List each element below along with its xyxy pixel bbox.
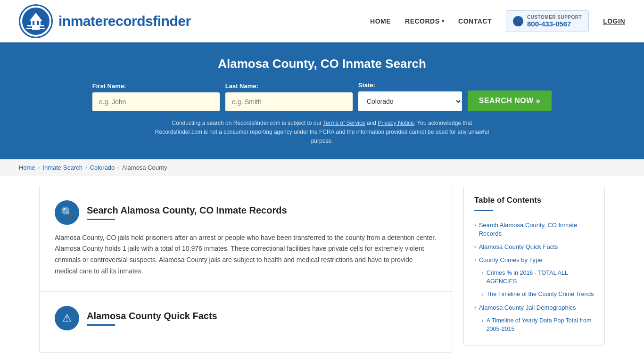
header: inmaterecordsfinder HOME RECORDS ▾ CONTA…	[0, 0, 644, 42]
terms-link[interactable]: Terms of Service	[323, 120, 365, 126]
svg-rect-7	[26, 28, 45, 29]
phone-icon: 📞	[513, 16, 523, 26]
support-text: CUSTOMER SUPPORT 800-433-0567	[527, 15, 582, 28]
toc-divider	[474, 210, 493, 211]
toc-list: › Search Alamosa County, CO Inmate Recor…	[474, 219, 594, 336]
breadcrumb-inmate-search[interactable]: Inmate Search	[42, 164, 83, 171]
nav-login[interactable]: LOGIN	[603, 17, 625, 25]
toc-card: Table of Contents › Search Alamosa Count…	[463, 186, 605, 346]
section-2-divider	[87, 324, 115, 326]
chevron-right-icon-3: ›	[474, 257, 476, 263]
hero-disclaimer: Conducting a search on Recordsfinder.com…	[148, 119, 496, 146]
chevron-right-icon-5: ›	[482, 291, 484, 297]
logo-text: inmaterecordsfinder	[58, 13, 191, 29]
chevron-right-icon-7: ›	[482, 318, 484, 323]
state-group: State: Colorado	[358, 82, 462, 111]
toc-item-4: › Crimes % in 2016 - TOTAL ALL AGENCIES	[482, 267, 594, 288]
section-2-card: ⚠ Alamosa County Quick Facts	[39, 292, 452, 353]
toc-link-1[interactable]: Search Alamosa County, CO Inmate Records	[479, 221, 594, 238]
breadcrumb-sep-2: ›	[85, 165, 87, 170]
toc-link-4[interactable]: Crimes % in 2016 - TOTAL ALL AGENCIES	[487, 269, 594, 286]
toc-item-5: › The Timeline of the County Crime Trend…	[482, 288, 594, 301]
search-form: First Name: Last Name: State: Colorado S…	[19, 82, 625, 111]
logo-icon	[19, 4, 53, 38]
state-label: State:	[358, 82, 462, 89]
state-select[interactable]: Colorado	[358, 91, 462, 111]
chevron-right-icon-2: ›	[474, 244, 476, 249]
section-2-header: ⚠ Alamosa County Quick Facts	[55, 306, 437, 330]
toc-item-6: › Alamosa County Jail Demographics	[474, 301, 594, 314]
search-icon: 🔍	[55, 200, 79, 225]
content-left: 🔍 Search Alamosa County, CO Inmate Recor…	[39, 186, 452, 353]
first-name-input[interactable]	[92, 92, 220, 111]
chevron-right-icon-6: ›	[474, 304, 476, 310]
section-1-title: Search Alamosa County, CO Inmate Records	[87, 205, 287, 216]
section-1-card: 🔍 Search Alamosa County, CO Inmate Recor…	[39, 186, 452, 291]
section-2-title-group: Alamosa County Quick Facts	[87, 311, 217, 326]
breadcrumb-colorado[interactable]: Colorado	[90, 164, 115, 171]
nav-home[interactable]: HOME	[370, 17, 391, 25]
last-name-group: Last Name:	[225, 82, 353, 111]
support-label: CUSTOMER SUPPORT	[527, 15, 582, 20]
toc-sublist-2: › A Timeline of Yearly Data Pop Total fr…	[474, 314, 594, 336]
svg-rect-6	[27, 25, 44, 26]
section-1-title-group: Search Alamosa County, CO Inmate Records	[87, 205, 287, 220]
search-button[interactable]: SEARCH NOW »	[468, 90, 552, 111]
hero-section: Alamosa County, CO Inmate Search First N…	[0, 42, 644, 159]
main-content: 🔍 Search Alamosa County, CO Inmate Recor…	[20, 186, 624, 353]
section-1-body: Alamosa County, CO jails hold prisoners …	[55, 232, 437, 277]
breadcrumb-current: Alamosa County	[122, 164, 167, 171]
breadcrumb-home[interactable]: Home	[19, 164, 35, 171]
toc-item-1: › Search Alamosa County, CO Inmate Recor…	[474, 219, 594, 240]
toc-title: Table of Contents	[474, 196, 594, 205]
first-name-label: First Name:	[92, 82, 220, 90]
toc-sublist-1: › Crimes % in 2016 - TOTAL ALL AGENCIES …	[474, 267, 594, 301]
nav-contact[interactable]: CONTACT	[458, 17, 492, 25]
warning-icon: ⚠	[55, 306, 79, 330]
toc-item-3: › County Crimes by Type	[474, 254, 594, 267]
chevron-right-icon-4: ›	[482, 270, 484, 276]
last-name-input[interactable]	[225, 92, 353, 111]
toc-item-7: › A Timeline of Yearly Data Pop Total fr…	[482, 314, 594, 336]
breadcrumb-sep-1: ›	[38, 165, 40, 170]
first-name-group: First Name:	[92, 82, 220, 111]
customer-support: 📞 CUSTOMER SUPPORT 800-433-0567	[506, 10, 589, 32]
main-nav: HOME RECORDS ▾ CONTACT 📞 CUSTOMER SUPPOR…	[370, 10, 625, 32]
breadcrumb: Home › Inmate Search › Colorado › Alamos…	[0, 159, 644, 176]
toc-link-6[interactable]: Alamosa County Jail Demographics	[479, 304, 576, 312]
chevron-right-icon-1: ›	[474, 222, 476, 228]
support-number: 800-433-0567	[527, 20, 582, 28]
section-1-divider	[87, 219, 115, 220]
breadcrumb-sep-3: ›	[117, 165, 119, 170]
section-2-title: Alamosa County Quick Facts	[87, 311, 217, 321]
toc-link-7[interactable]: A Timeline of Yearly Data Pop Total from…	[487, 317, 594, 333]
toc-item-2: › Alamosa County Quick Facts	[474, 240, 594, 254]
hero-title: Alamosa County, CO Inmate Search	[19, 57, 625, 71]
nav-records[interactable]: RECORDS ▾	[405, 17, 444, 25]
chevron-down-icon: ▾	[442, 18, 445, 24]
toc-link-2[interactable]: Alamosa County Quick Facts	[479, 243, 558, 251]
sidebar: Table of Contents › Search Alamosa Count…	[463, 186, 605, 353]
logo-area: inmaterecordsfinder	[19, 4, 191, 38]
last-name-label: Last Name:	[225, 82, 353, 90]
privacy-link[interactable]: Privacy Notice	[378, 120, 414, 126]
toc-link-5[interactable]: The Timeline of the County Crime Trends	[487, 290, 594, 299]
toc-link-3[interactable]: County Crimes by Type	[479, 256, 543, 264]
section-1-header: 🔍 Search Alamosa County, CO Inmate Recor…	[55, 200, 437, 225]
